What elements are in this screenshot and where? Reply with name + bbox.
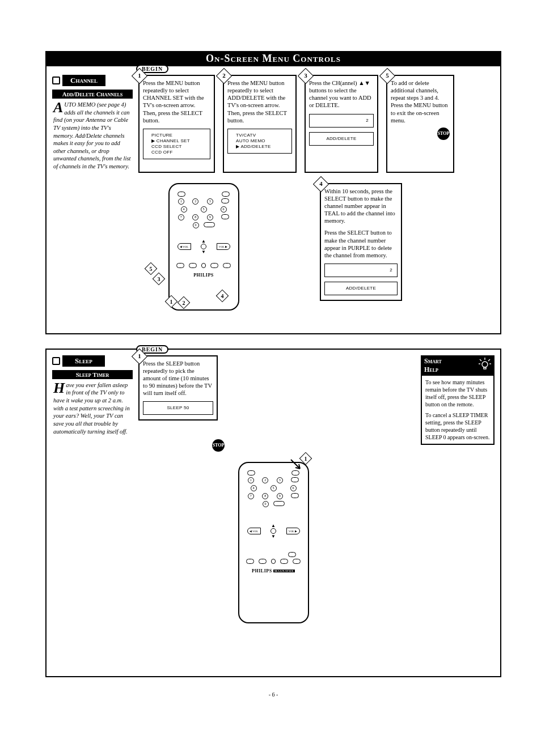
page-number: - 6 - (45, 691, 501, 698)
step3-screen-b: ADD/DELETE (309, 132, 374, 146)
smart-help-header: SmartHelp (421, 355, 494, 376)
vol-up: VOL ▶ (217, 243, 230, 250)
stop-badge: STOP (437, 128, 450, 140)
step-4: 4 Within 10 seconds, press the SELECT bu… (320, 183, 402, 301)
step4-screen-b: ADD/DELETE (324, 282, 398, 295)
vol-down: ◀ VOL (177, 243, 191, 250)
step1-screen: PICTURE ▶ CHANNEL SET CCD SELECT CCD OFF (143, 129, 210, 159)
sleep-subhead: Sleep Timer (52, 370, 133, 379)
channel-remote-wrap: 123 456 789 0 ◀ VOL ▲▼ VOL ▶ PHILIPS 1 2… (144, 183, 263, 311)
lightbulb-icon (477, 356, 492, 373)
sleep-remote: 123 456 789 0 ◀ VOL ▲▼ VOL ▶ PHILIPS MAG… (238, 462, 309, 623)
smart-help: SmartHelp To see how many minutes remain… (421, 355, 494, 445)
step3-screen-a: 2 (309, 114, 374, 128)
step-3: 3 Press the CH(annel) ▲▼ buttons to sele… (305, 75, 378, 173)
sleep-step-1: 1 Press the SLEEP button repeatedly to p… (138, 355, 218, 421)
sleep-step1-screen: SLEEP 50 (143, 401, 213, 415)
step-2: 2 Press the MENU button repeatedly to se… (223, 75, 297, 173)
channel-sidebar: Channel Add/Delete Channels AUTO MEMO (s… (52, 75, 133, 173)
sleep-sidebar: Sleep Sleep Timer Have you ever fallen a… (52, 355, 133, 445)
vol-down: ◀ VOL (247, 528, 261, 534)
vol-up: VOL ▶ (286, 528, 300, 534)
step2-screen: TV/CATV AUTO MEMO ▶ ADD/DELETE (227, 129, 292, 154)
page-title: On-Screen Menu Controls (45, 51, 501, 66)
header-icon (52, 77, 60, 84)
smart-help-p1: To see how many minutes remain before th… (425, 379, 490, 408)
step4-screen-a: 2 (324, 264, 398, 277)
svg-line-3 (488, 359, 490, 361)
step-1: 1 Press the MENU button repeatedly to se… (138, 75, 215, 173)
svg-line-2 (480, 359, 481, 361)
channel-section: On-Screen Menu Controls BEGIN Channel Ad… (45, 51, 501, 334)
arrow-icon (289, 457, 306, 474)
channel-steps: 1 Press the MENU button repeatedly to se… (138, 75, 494, 173)
stop-badge-sleep: STOP (212, 439, 225, 452)
svg-point-0 (482, 362, 488, 367)
channel-intro: AUTO MEMO (see page 4) adds all the chan… (52, 99, 133, 173)
channel-header: Channel (62, 75, 105, 86)
sleep-section: BEGIN Sleep Sleep Timer Have you ever fa… (45, 349, 501, 677)
smart-help-p2: To cancel a SLEEP TIMER setting, press t… (425, 411, 490, 441)
sleep-intro: Have you ever fallen asleep in front of … (52, 379, 133, 438)
step-5: 5 To add or delete additional channels, … (386, 75, 454, 173)
sleep-header: Sleep (62, 355, 105, 367)
svg-rect-6 (484, 367, 486, 369)
header-icon (52, 357, 60, 365)
remote-control: 123 456 789 0 ◀ VOL ▲▼ VOL ▶ PHILIPS (168, 183, 239, 311)
channel-subhead: Add/Delete Channels (52, 90, 133, 99)
